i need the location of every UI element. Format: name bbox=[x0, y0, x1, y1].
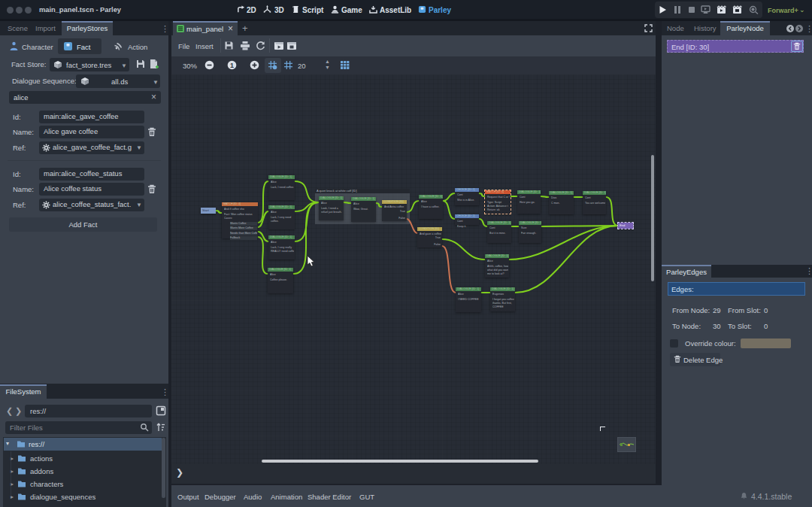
svg-text:1: 1 bbox=[230, 62, 234, 69]
